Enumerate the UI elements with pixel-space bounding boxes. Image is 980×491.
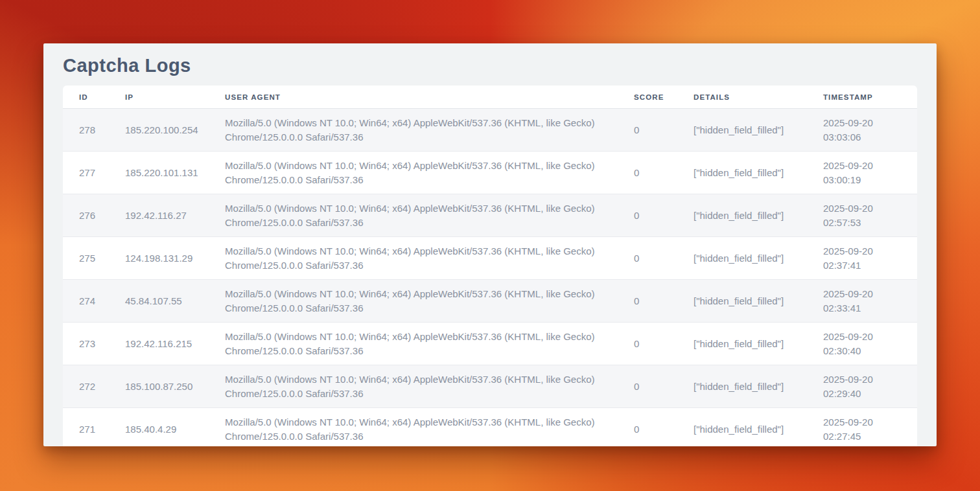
- cell-ip: 185.100.87.250: [125, 365, 225, 408]
- cell-ip: 45.84.107.55: [125, 280, 225, 323]
- cell-details: ["hidden_field_filled"]: [694, 408, 823, 447]
- cell-timestamp: 2025-09-20 02:57:53: [823, 194, 917, 237]
- column-header-details: DETAILS: [694, 86, 823, 109]
- cell-user-agent: Mozilla/5.0 (Windows NT 10.0; Win64; x64…: [225, 365, 634, 408]
- cell-timestamp: 2025-09-20 02:37:41: [823, 237, 917, 280]
- cell-ip: 192.42.116.27: [125, 194, 225, 237]
- table-row: 271 185.40.4.29 Mozilla/5.0 (Windows NT …: [63, 408, 917, 447]
- cell-ip: 124.198.131.29: [125, 237, 225, 280]
- table-row: 276 192.42.116.27 Mozilla/5.0 (Windows N…: [63, 194, 917, 237]
- cell-id: 275: [63, 237, 125, 280]
- table-row: 278 185.220.100.254 Mozilla/5.0 (Windows…: [63, 109, 917, 152]
- column-header-id: ID: [63, 86, 125, 109]
- cell-details: ["hidden_field_filled"]: [694, 152, 823, 194]
- cell-score: 0: [634, 194, 694, 237]
- cell-id: 278: [63, 109, 125, 152]
- cell-id: 273: [63, 323, 125, 365]
- page-title: Captcha Logs: [63, 54, 917, 76]
- cell-score: 0: [634, 408, 694, 447]
- column-header-score: SCORE: [634, 86, 694, 109]
- cell-score: 0: [634, 109, 694, 152]
- cell-timestamp: 2025-09-20 03:03:06: [823, 109, 917, 152]
- cell-details: ["hidden_field_filled"]: [694, 194, 823, 237]
- logs-table-container: ID IP USER AGENT SCORE DETAILS TIMESTAMP…: [63, 86, 917, 446]
- column-header-timestamp: TIMESTAMP: [823, 86, 917, 109]
- cell-score: 0: [634, 280, 694, 323]
- table-row: 273 192.42.116.215 Mozilla/5.0 (Windows …: [63, 323, 917, 365]
- cell-details: ["hidden_field_filled"]: [694, 365, 823, 408]
- column-header-ip: IP: [125, 86, 225, 109]
- cell-details: ["hidden_field_filled"]: [694, 109, 823, 152]
- cell-timestamp: 2025-09-20 02:30:40: [823, 323, 917, 365]
- cell-id: 277: [63, 152, 125, 194]
- cell-user-agent: Mozilla/5.0 (Windows NT 10.0; Win64; x64…: [225, 194, 634, 237]
- table-body: 278 185.220.100.254 Mozilla/5.0 (Windows…: [63, 109, 917, 447]
- cell-timestamp: 2025-09-20 02:29:40: [823, 365, 917, 408]
- cell-ip: 185.40.4.29: [125, 408, 225, 447]
- cell-ip: 192.42.116.215: [125, 323, 225, 365]
- cell-ip: 185.220.100.254: [125, 109, 225, 152]
- cell-user-agent: Mozilla/5.0 (Windows NT 10.0; Win64; x64…: [225, 152, 634, 194]
- table-header: ID IP USER AGENT SCORE DETAILS TIMESTAMP: [63, 86, 917, 109]
- cell-id: 272: [63, 365, 125, 408]
- cell-details: ["hidden_field_filled"]: [694, 323, 823, 365]
- cell-user-agent: Mozilla/5.0 (Windows NT 10.0; Win64; x64…: [225, 237, 634, 280]
- cell-score: 0: [634, 365, 694, 408]
- cell-user-agent: Mozilla/5.0 (Windows NT 10.0; Win64; x64…: [225, 280, 634, 323]
- column-header-user-agent: USER AGENT: [225, 86, 634, 109]
- cell-score: 0: [634, 237, 694, 280]
- cell-details: ["hidden_field_filled"]: [694, 237, 823, 280]
- cell-timestamp: 2025-09-20 03:00:19: [823, 152, 917, 194]
- cell-score: 0: [634, 323, 694, 365]
- cell-user-agent: Mozilla/5.0 (Windows NT 10.0; Win64; x64…: [225, 109, 634, 152]
- cell-timestamp: 2025-09-20 02:33:41: [823, 280, 917, 323]
- table-row: 274 45.84.107.55 Mozilla/5.0 (Windows NT…: [63, 280, 917, 323]
- table-row: 275 124.198.131.29 Mozilla/5.0 (Windows …: [63, 237, 917, 280]
- cell-timestamp: 2025-09-20 02:27:45: [823, 408, 917, 447]
- cell-score: 0: [634, 152, 694, 194]
- table-row: 277 185.220.101.131 Mozilla/5.0 (Windows…: [63, 152, 917, 194]
- cell-id: 276: [63, 194, 125, 237]
- cell-ip: 185.220.101.131: [125, 152, 225, 194]
- cell-user-agent: Mozilla/5.0 (Windows NT 10.0; Win64; x64…: [225, 408, 634, 447]
- table-row: 272 185.100.87.250 Mozilla/5.0 (Windows …: [63, 365, 917, 408]
- cell-details: ["hidden_field_filled"]: [694, 280, 823, 323]
- cell-id: 271: [63, 408, 125, 447]
- captcha-logs-card: Captcha Logs ID IP USER AGENT SCORE DETA…: [43, 43, 937, 446]
- cell-id: 274: [63, 280, 125, 323]
- logs-table: ID IP USER AGENT SCORE DETAILS TIMESTAMP…: [63, 86, 917, 446]
- cell-user-agent: Mozilla/5.0 (Windows NT 10.0; Win64; x64…: [225, 323, 634, 365]
